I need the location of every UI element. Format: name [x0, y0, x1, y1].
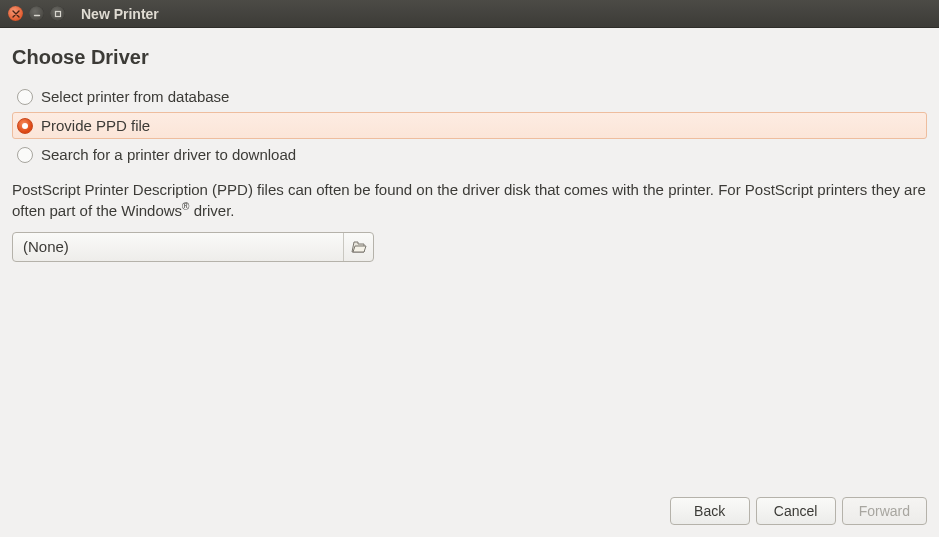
radio-icon	[17, 147, 33, 163]
page-heading: Choose Driver	[12, 46, 927, 69]
ppd-description: PostScript Printer Description (PPD) fil…	[12, 180, 927, 222]
forward-button: Forward	[842, 497, 927, 525]
radio-select-from-database[interactable]: Select printer from database	[12, 83, 927, 110]
svg-rect-0	[55, 11, 60, 16]
dialog-footer: Back Cancel Forward	[0, 489, 939, 537]
radio-label: Search for a printer driver to download	[41, 146, 296, 163]
radio-icon	[17, 89, 33, 105]
minimize-icon[interactable]	[29, 6, 44, 21]
window-title: New Printer	[81, 6, 159, 22]
radio-provide-ppd[interactable]: Provide PPD file	[12, 112, 927, 139]
radio-label: Provide PPD file	[41, 117, 150, 134]
radio-search-download[interactable]: Search for a printer driver to download	[12, 141, 927, 168]
radio-label: Select printer from database	[41, 88, 229, 105]
driver-source-radio-group: Select printer from database Provide PPD…	[12, 83, 927, 170]
back-button[interactable]: Back	[670, 497, 750, 525]
close-icon[interactable]	[8, 6, 23, 21]
window-titlebar: New Printer	[0, 0, 939, 28]
cancel-button[interactable]: Cancel	[756, 497, 836, 525]
ppd-file-picker[interactable]: (None)	[12, 232, 374, 262]
radio-icon	[17, 118, 33, 134]
open-file-icon	[343, 233, 373, 261]
maximize-icon[interactable]	[50, 6, 65, 21]
file-picker-value: (None)	[13, 233, 343, 261]
dialog-content: Choose Driver Select printer from databa…	[0, 28, 939, 489]
